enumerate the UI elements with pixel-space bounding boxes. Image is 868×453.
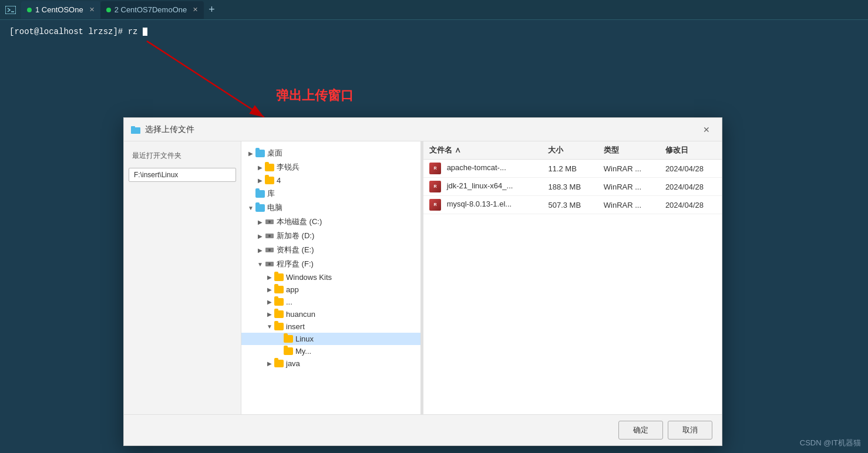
chevron-lirui: ▶ [255,164,265,171]
folder-icon-huancun [274,310,284,318]
terminal-content: [root@localhost lrzsz]# rz [0,20,868,43]
tree-item-huancun[interactable]: ▶ huancun [241,308,423,320]
tree-label-lirui: 李锐兵 [277,162,300,173]
tree-item-dots[interactable]: ▶ ... [241,296,423,308]
tab-centos-one-label: 1 CentOSOne [35,5,83,14]
confirm-button[interactable]: 确定 [618,421,663,440]
chevron-huancun: ▶ [265,311,274,317]
disk-icon-d [265,231,274,241]
tree-label-f: 程序盘 (F:) [277,259,314,269]
tab-active-dot [27,8,32,12]
rar-icon-2: R [429,181,441,192]
tree-item-e[interactable]: ▶ 资料盘 (E:) [241,243,423,257]
tree-resize-handle[interactable] [420,141,423,414]
terminal-prompt: [root@localhost lrzsz]# rz [9,27,137,36]
dialog-titlebar: 选择上传文件 ✕ [124,118,722,141]
terminal-window: 1 CentOSOne ✕ 2 CentOS7DemoOne ✕ + [root… [0,0,868,453]
dialog-body: 最近打开文件夹 ▶ 桌面 ▶ 李锐兵 ▶ [124,141,722,414]
cancel-button[interactable]: 取消 [668,421,712,440]
sidebar-recent-label: 最近打开文件夹 [129,148,236,163]
tree-item-ku[interactable]: ▶ 库 [241,187,423,201]
disk-icon-c [265,217,274,226]
table-row[interactable]: R mysql-8.0.13-1.el... 507.3 MB WinRAR .… [423,196,722,214]
tree-label-d: 新加卷 (D:) [277,231,314,241]
file-size-2: 188.3 MB [542,178,597,196]
file-tree[interactable]: ▶ 桌面 ▶ 李锐兵 ▶ 4 ▶ [241,141,423,414]
tree-item-c[interactable]: ▶ 本地磁盘 (C:) [241,215,423,229]
dialog-title-left: 选择上传文件 [131,124,194,135]
tree-label-huancun: huancun [286,310,315,319]
tree-label-ku: 库 [267,188,275,199]
file-list: 文件名 ∧ 大小 类型 修改日 R apache-tomcat-... [423,141,722,414]
tab-demo-close-btn[interactable]: ✕ [193,6,198,13]
col-date[interactable]: 修改日 [660,141,722,160]
tree-item-desktop[interactable]: ▶ 桌面 [241,146,423,160]
chevron-e: ▶ [255,247,265,253]
tree-label-dots: ... [286,298,292,306]
svg-rect-5 [131,126,135,129]
sidebar-path-input[interactable] [129,168,236,182]
new-tab-button[interactable]: + [204,4,220,16]
file-type-1: WinRAR ... [598,160,660,178]
tree-item-app[interactable]: ▶ app [241,283,423,296]
col-size[interactable]: 大小 [542,141,597,160]
folder-icon-pc [255,204,265,212]
tab-bar: 1 CentOSOne ✕ 2 CentOS7DemoOne ✕ + [0,0,868,20]
tree-label-pc: 电脑 [267,202,282,213]
table-row[interactable]: R apache-tomcat-... 11.2 MB WinRAR ... 2… [423,160,722,178]
rar-icon-3: R [429,199,441,211]
chevron-app: ▶ [265,286,274,293]
tree-item-winkits[interactable]: ▶ Windows Kits [241,271,423,283]
svg-line-3 [147,41,264,117]
folder-icon-linux [284,335,293,343]
rar-icon-1: R [429,163,441,174]
col-type[interactable]: 类型 [598,141,660,160]
tree-label-insert: insert [286,322,305,331]
file-size-3: 507.3 MB [542,196,597,214]
file-type-2: WinRAR ... [598,178,660,196]
file-name-2: R jdk-21_linux-x64_... [423,178,542,196]
dialog-close-button[interactable]: ✕ [698,121,715,138]
csdn-watermark: CSDN @IT机器猫 [800,438,861,448]
table-row[interactable]: R jdk-21_linux-x64_... 188.3 MB WinRAR .… [423,178,722,196]
file-name-3: R mysql-8.0.13-1.el... [423,196,542,214]
terminal-cursor [143,28,147,36]
chevron-insert: ▼ [265,323,274,330]
svg-point-7 [268,221,271,223]
file-dialog: 选择上传文件 ✕ 最近打开文件夹 ▶ 桌面 ▶ [123,117,722,446]
tab-centos-one[interactable]: 1 CentOSOne ✕ [21,1,100,19]
folder-icon-app [274,286,284,293]
disk-icon-e [265,245,274,255]
files-table-header: 文件名 ∧ 大小 类型 修改日 [423,141,722,160]
tree-item-insert[interactable]: ▼ insert [241,320,423,333]
tree-label-linux: Linux [295,334,314,343]
tab-inactive-dot [106,8,111,12]
file-date-2: 2024/04/28 [660,178,722,196]
col-filename[interactable]: 文件名 ∧ [423,141,542,160]
chevron-f: ▼ [255,261,265,268]
folder-icon-ku [255,190,265,198]
tree-label-c: 本地磁盘 (C:) [277,217,322,227]
tree-item-my[interactable]: ▶ My... [241,345,423,357]
tree-item-4[interactable]: ▶ 4 [241,174,423,187]
folder-icon-java [274,360,284,367]
folder-icon-lirui [265,164,274,171]
file-date-1: 2024/04/28 [660,160,722,178]
svg-point-9 [268,235,271,237]
chevron-d: ▶ [255,233,265,239]
tree-item-d[interactable]: ▶ 新加卷 (D:) [241,229,423,243]
folder-icon-winkits [274,273,284,281]
annotation-label: 弹出上传窗口 [276,87,354,104]
tree-label-my: My... [295,347,311,356]
chevron-winkits: ▶ [265,274,274,280]
tab-centos-demo[interactable]: 2 CentOS7DemoOne ✕ [100,1,204,19]
file-name-1: R apache-tomcat-... [423,160,542,178]
tab-close-btn[interactable]: ✕ [89,6,95,13]
tree-item-lirui[interactable]: ▶ 李锐兵 [241,160,423,174]
tree-item-f[interactable]: ▼ 程序盘 (F:) [241,257,423,271]
tree-item-pc[interactable]: ▼ 电脑 [241,201,423,215]
chevron-pc: ▼ [246,205,255,211]
tree-item-java[interactable]: ▶ java [241,357,423,370]
tree-item-linux[interactable]: ▶ Linux [241,333,423,345]
file-date-3: 2024/04/28 [660,196,722,214]
